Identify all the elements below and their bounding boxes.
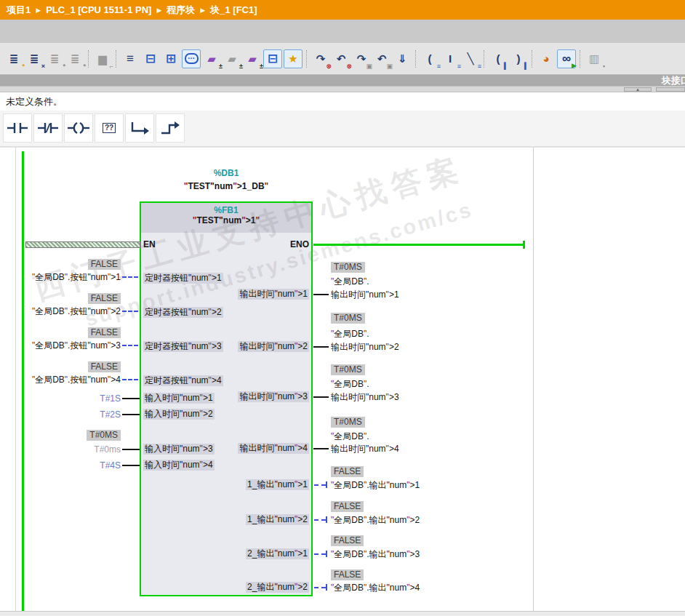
breadcrumb-separator-icon: ▶ <box>36 7 41 14</box>
next-bookmark-icon[interactable]: )▍ <box>509 49 528 68</box>
time-wire <box>313 294 329 295</box>
expand-all-parameters-icon[interactable]: ⊟ <box>263 49 282 68</box>
eno-line-endcap <box>523 241 525 249</box>
breadcrumb-separator-icon: ▶ <box>200 7 205 14</box>
operand-line1[interactable]: "全局DB". <box>331 276 369 287</box>
operand[interactable]: "全局DB".输出"num">1 <box>331 479 420 491</box>
operand[interactable]: "全局DB".按钮"num">1 <box>15 271 121 283</box>
delete-network-icon[interactable]: ≣× <box>25 49 44 68</box>
absolute-operands-icon[interactable]: ▰± <box>202 49 221 68</box>
breadcrumb-project[interactable]: 项目1 <box>7 4 31 17</box>
monitor-value: FALSE <box>331 569 364 580</box>
operand[interactable]: "全局DB".输出"num">3 <box>331 548 420 560</box>
instance-db-address[interactable]: %DB1 <box>140 168 313 178</box>
free-form-comment-icon[interactable]: ▆⌐ <box>93 49 112 68</box>
monitor-value: T#0MS <box>331 364 365 375</box>
operand-line1[interactable]: "全局DB". <box>331 378 369 390</box>
splitter-handle[interactable] <box>656 87 685 92</box>
favorites-toggle-icon[interactable]: ★ <box>284 49 303 68</box>
block-param: 2_输出"num">2 <box>140 582 309 593</box>
interface-splitter[interactable]: ▲ <box>0 86 685 92</box>
coil-icon[interactable] <box>64 113 93 143</box>
consistency-check-icon[interactable]: ⇓ <box>393 49 412 68</box>
empty-box-icon[interactable]: ?? <box>95 113 124 143</box>
block-param: 定时器按钮"num">2 <box>143 307 223 318</box>
refresh-calls-icon[interactable]: ↶▣ <box>372 49 391 68</box>
toolbar-separator <box>532 50 533 68</box>
operand-line1[interactable]: "全局DB". <box>331 328 369 340</box>
time-constant[interactable]: T#0ms <box>15 444 121 455</box>
operand-line2[interactable]: 输出时间"num">2 <box>331 341 399 353</box>
time-wire <box>122 449 140 450</box>
monitor-value: FALSE <box>15 292 121 304</box>
fb-address: %FB1 <box>141 203 311 215</box>
assign-endcap <box>326 551 327 557</box>
insert-stl-network-icon[interactable]: ≣* <box>45 49 64 68</box>
operand[interactable]: "全局DB".按钮"num">4 <box>15 374 121 385</box>
monitor-value: FALSE <box>15 258 121 270</box>
insert-network-icon[interactable]: ≣* <box>4 49 23 68</box>
time-wire <box>122 414 140 415</box>
clear-call-path-icon[interactable]: ╲≡ <box>461 49 480 68</box>
instance-db-name[interactable]: "TEST"num">1_DB" <box>140 181 313 191</box>
operand-line1[interactable]: "全局DB". <box>331 431 369 442</box>
previous-bookmark-icon[interactable]: (▍ <box>489 49 508 68</box>
open-branch-icon[interactable] <box>125 113 154 143</box>
block-param: 输出时间"num">4 <box>140 443 309 454</box>
goto-next-error-icon[interactable]: ↷⊗ <box>311 49 330 68</box>
bool-wire-false <box>314 553 326 555</box>
toggle-network-comments-icon[interactable]: … <box>182 49 201 68</box>
call-path-icon[interactable]: I≡ <box>441 49 460 68</box>
symbolic-operands-icon[interactable]: ▰± <box>243 49 262 68</box>
block-param: 输出时间"num">1 <box>140 289 309 300</box>
open-all-networks-icon[interactable]: ⊟ <box>141 49 160 68</box>
block-param: 输入时间"num">2 <box>143 409 215 420</box>
block-param: 2_输出"num">1 <box>140 548 309 559</box>
operand[interactable]: "全局DB".按钮"num">2 <box>15 305 121 317</box>
block-interface-label: 块接口 <box>662 75 685 86</box>
nc-contact-icon[interactable] <box>33 113 63 143</box>
start-comparison-icon[interactable]: ◕ <box>537 49 556 68</box>
monitor-value: T#0MS <box>331 312 365 324</box>
close-branch-icon[interactable] <box>156 113 185 143</box>
bool-wire-false <box>122 345 138 346</box>
toolbar-separator <box>88 50 89 68</box>
operand[interactable]: "全局DB".输出"num">4 <box>331 582 420 593</box>
close-all-networks-icon[interactable]: ⊞ <box>161 49 180 68</box>
time-wire <box>313 396 329 398</box>
bool-wire-false <box>122 379 138 380</box>
no-contact-icon[interactable] <box>3 113 32 143</box>
time-constant[interactable]: T#4S <box>15 460 121 471</box>
bottom-strip <box>0 611 685 616</box>
breadcrumb-block[interactable]: 块_1 [FC1] <box>210 4 257 17</box>
time-constant[interactable]: T#2S <box>15 409 121 420</box>
monitor-value: T#0MS <box>331 416 365 428</box>
operand-line2[interactable]: 输出时间"num">4 <box>331 443 399 455</box>
time-wire <box>122 465 140 466</box>
operand-line2[interactable]: 输出时间"num">3 <box>331 391 399 403</box>
network-overview-icon[interactable]: ≡ <box>121 49 140 68</box>
breadcrumb: 项目1 ▶ PLC_1 [CPU 1511-1 PN] ▶ 程序块 ▶ 块_1 … <box>0 0 685 20</box>
breadcrumb-plc[interactable]: PLC_1 [CPU 1511-1 PN] <box>46 4 151 15</box>
bool-wire-false <box>122 276 138 278</box>
time-constant[interactable]: T#1S <box>15 393 121 404</box>
breadcrumb-program-blocks[interactable]: 程序块 <box>167 4 195 17</box>
assign-endcap <box>326 481 327 488</box>
update-block-calls-icon[interactable]: ↷▣ <box>352 49 371 68</box>
goto-previous-error-icon[interactable]: ↶⊗ <box>332 49 350 68</box>
toolbar-separator <box>484 50 485 68</box>
assign-endcap <box>326 516 327 523</box>
breadcrumb-separator-icon: ▶ <box>156 7 161 14</box>
time-wire <box>313 448 329 449</box>
operand-line2[interactable]: 输出时间"num">1 <box>331 289 399 300</box>
call-environment-icon[interactable]: (≡ <box>420 49 439 68</box>
operand-representation-icon[interactable]: ▰± <box>223 49 241 68</box>
monitor-value: FALSE <box>15 327 121 338</box>
en-connection-selected[interactable] <box>25 241 140 248</box>
splitter-expand-icon[interactable]: ▲ <box>624 87 652 92</box>
monitoring-toggle-icon[interactable]: ∞▶ <box>557 49 576 68</box>
operand[interactable]: "全局DB".按钮"num">3 <box>15 340 121 351</box>
insert-scl-network-icon[interactable]: ≣* <box>65 49 84 68</box>
operand[interactable]: "全局DB".输出"num">2 <box>331 514 420 526</box>
snapshot-values-icon[interactable]: ▥▪ <box>585 49 604 68</box>
